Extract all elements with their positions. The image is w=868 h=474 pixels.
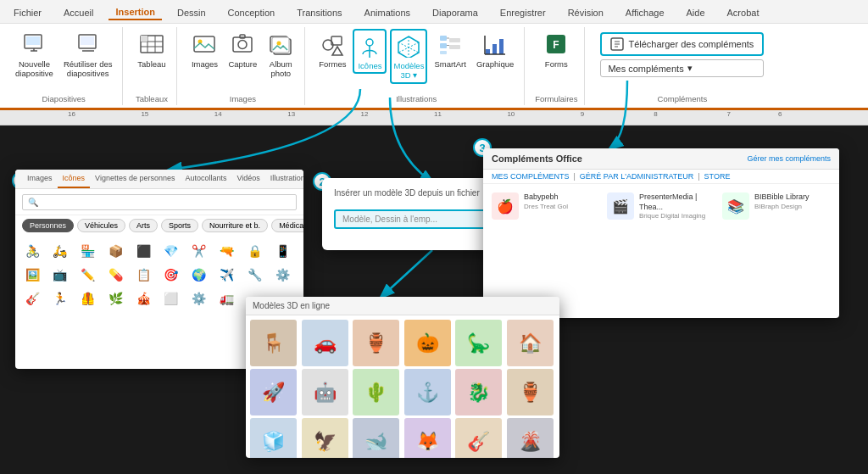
icon-item[interactable]: ⬛	[133, 241, 153, 261]
filter-vehicules[interactable]: Véhicules	[77, 219, 125, 232]
panel-complements-header: Compléments Office Gérer mes compléments	[483, 148, 839, 170]
icon-item[interactable]: 💎	[161, 241, 181, 261]
icon-item[interactable]: ⚙️	[189, 288, 209, 309]
ptab-vignettes[interactable]: Vignettes de personnes	[90, 170, 180, 188]
forms-button[interactable]: F Forms	[539, 29, 573, 70]
icon-item[interactable]: 🛵	[50, 241, 70, 261]
ptab-autocollants[interactable]: Autocollants	[180, 170, 231, 188]
icon-item[interactable]: 📺	[50, 265, 70, 285]
icon-item[interactable]: ✈️	[217, 265, 237, 285]
icon-item[interactable]: 🏃	[50, 288, 70, 309]
icones-label: Icônes	[358, 61, 381, 70]
model-item[interactable]: 🤖	[302, 369, 348, 415]
ptab-videos[interactable]: Vidéos	[231, 170, 264, 188]
telecharger-label: Télécharger des compléments	[628, 39, 754, 49]
icon-item[interactable]: 📦	[105, 241, 125, 261]
icon-item[interactable]: 🔒	[244, 241, 264, 261]
comp-item-1[interactable]: 🍎 Babypebh Dres Treat Gol	[492, 192, 600, 221]
icon-item[interactable]: 🎯	[161, 265, 181, 285]
ptab-icones[interactable]: Icônes	[58, 170, 91, 188]
model-item[interactable]: 🎃	[404, 320, 451, 366]
model-item[interactable]: 🌵	[353, 369, 399, 415]
tab-accueil[interactable]: Accueil	[57, 6, 100, 20]
tab-aide[interactable]: Aide	[680, 6, 712, 20]
tab-enregistrer[interactable]: Enregistrer	[493, 6, 553, 20]
ptab-images[interactable]: Images	[22, 170, 58, 188]
ptab-illustrations[interactable]: Illustrations	[265, 170, 303, 188]
modeles-3d-button[interactable]: Modèles3D ▾	[390, 29, 427, 84]
icon-item[interactable]: 🦺	[78, 288, 98, 309]
tab-acrobat[interactable]: Acrobat	[721, 6, 766, 20]
icon-item[interactable]: 🌿	[105, 288, 125, 309]
comp-item-3[interactable]: 📚 BIBBible Library BIBraph Design	[722, 192, 831, 221]
tab-revision[interactable]: Révision	[561, 6, 610, 20]
telecharger-button[interactable]: Télécharger des compléments	[600, 32, 764, 56]
manage-complements-link[interactable]: Gérer mes compléments	[747, 154, 831, 163]
formes-label: Formes	[319, 59, 346, 69]
subtitle-mes[interactable]: MES COMPLÉMENTS	[492, 172, 570, 181]
tableau-button[interactable]: Tableau	[134, 29, 169, 70]
album-photo-button[interactable]: Albumphoto	[264, 29, 298, 81]
icon-item[interactable]: 🚛	[217, 288, 237, 309]
model-item[interactable]: 🦅	[302, 418, 348, 458]
tab-animations[interactable]: Animations	[358, 6, 417, 20]
icon-item[interactable]: 💊	[105, 265, 125, 285]
capture-button[interactable]: Capture	[225, 29, 260, 70]
model-item[interactable]: 🐋	[353, 418, 399, 458]
icones-button[interactable]: Icônes	[353, 29, 387, 74]
model-item[interactable]: 🧊	[250, 418, 297, 458]
model-item[interactable]: 🏺	[507, 369, 554, 415]
formes-button[interactable]: Formes	[315, 29, 349, 70]
model-item[interactable]: 🪑	[250, 320, 297, 366]
subtitle-store[interactable]: STORE	[704, 172, 731, 181]
ruler-mark-6: 6	[778, 110, 782, 118]
filter-personnes[interactable]: Personnes	[22, 219, 74, 232]
diapositives-label: Diapositives	[42, 94, 86, 105]
icon-item[interactable]: 📋	[133, 265, 153, 285]
reutiliser-button[interactable]: Réutiliser desdiapositives	[60, 29, 116, 81]
graphique-button[interactable]: Graphique	[473, 29, 517, 70]
model-item[interactable]: 🏺	[353, 320, 399, 366]
icon-item[interactable]: ⚙️	[272, 265, 292, 285]
icon-item[interactable]: 🖼️	[22, 265, 42, 285]
model-item[interactable]: ⚓	[404, 369, 451, 415]
filter-arts[interactable]: Arts	[129, 219, 158, 232]
model-item[interactable]: 🏠	[507, 320, 554, 366]
tab-insertion[interactable]: Insertion	[108, 5, 161, 20]
icon-item[interactable]: 📱	[272, 241, 292, 261]
filter-medical[interactable]: Médical	[271, 219, 303, 232]
model-item[interactable]: 🦊	[404, 418, 451, 458]
tab-transitions[interactable]: Transitions	[290, 6, 348, 20]
images-button[interactable]: Images	[187, 29, 221, 70]
model-item[interactable]: 🌋	[507, 418, 554, 458]
icon-item[interactable]: 🎪	[133, 288, 153, 309]
nouvelle-diapositive-button[interactable]: Nouvellediapositive	[12, 29, 57, 81]
filter-nourriture[interactable]: Nourriture et b.	[202, 219, 268, 232]
tab-diaporama[interactable]: Diaporama	[426, 6, 485, 20]
icon-item[interactable]: 🔫	[217, 241, 237, 261]
model-item[interactable]: 🚀	[250, 369, 297, 415]
tab-affichage[interactable]: Affichage	[619, 6, 671, 20]
model-item[interactable]: 🐉	[455, 369, 502, 415]
icon-item[interactable]: 🏪	[78, 241, 98, 261]
icon-item[interactable]: 🚴	[22, 241, 42, 261]
svg-rect-34	[449, 45, 460, 49]
tab-dessin[interactable]: Dessin	[170, 6, 213, 20]
icon-item[interactable]: ⬜	[161, 288, 181, 309]
filter-sports[interactable]: Sports	[161, 219, 198, 232]
smartart-button[interactable]: SmartArt	[431, 29, 469, 70]
icon-item[interactable]: 🌍	[189, 265, 209, 285]
icons-search-input[interactable]	[22, 194, 297, 210]
icon-item[interactable]: 🔧	[244, 265, 264, 285]
ruler-mark-16: 16	[68, 110, 75, 118]
mes-complements-button[interactable]: Mes compléments ▾	[600, 59, 764, 77]
tab-conception[interactable]: Conception	[221, 6, 282, 20]
icon-item[interactable]: ✂️	[189, 241, 209, 261]
model-item[interactable]: 🦕	[455, 320, 502, 366]
tab-fichier[interactable]: Fichier	[7, 6, 48, 20]
icon-item[interactable]: 🎸	[22, 288, 42, 309]
model-item[interactable]: 🎸	[455, 418, 502, 458]
icon-item[interactable]: ✏️	[78, 265, 98, 285]
model-item[interactable]: 🚗	[302, 320, 348, 366]
comp-item-2[interactable]: 🎬 PresenterMedia | Thea... Brique Digita…	[607, 192, 715, 221]
